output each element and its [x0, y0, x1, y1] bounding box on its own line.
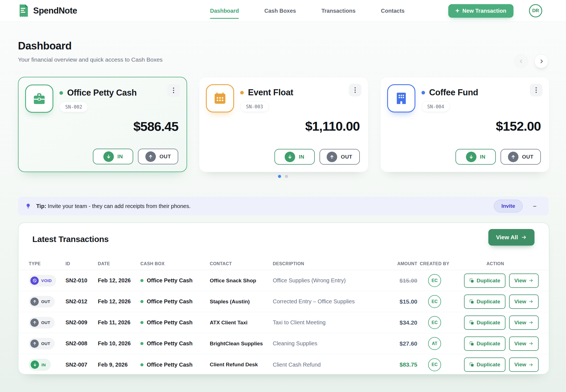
transaction-id: SN2-008 [65, 340, 98, 347]
transactions-title: Latest Transactions [32, 235, 109, 244]
cashbox-actions: IN OUT [93, 149, 178, 164]
lightbulb-icon [25, 203, 31, 209]
transaction-date: Feb 9, 2026 [98, 362, 140, 368]
cash-out-button[interactable]: OUT [501, 149, 541, 165]
cash-in-button[interactable]: IN [455, 149, 496, 165]
receipt-icon [18, 4, 29, 18]
transaction-row: OUT SN2-009 Feb 11, 2026 Office Petty Ca… [19, 312, 549, 333]
copy-icon [469, 320, 474, 325]
cashbox-actions: IN OUT [274, 149, 360, 165]
duplicate-button[interactable]: Duplicate [464, 273, 506, 288]
duplicate-button[interactable]: Duplicate [464, 336, 506, 351]
arrow-right-icon [529, 341, 533, 346]
transaction-actions: Duplicate View [452, 273, 539, 288]
created-by-badge: EC [428, 358, 441, 371]
arrow-down-icon [285, 152, 295, 162]
tip-label: Tip: [36, 203, 46, 209]
transactions-header: Latest Transactions View All [19, 223, 549, 257]
in-label: IN [480, 154, 486, 160]
brand-logo[interactable]: SpendNote [18, 4, 77, 18]
transaction-amount: $34.20 [388, 319, 417, 326]
arrow-down-icon [31, 361, 39, 369]
nav-contacts[interactable]: Contacts [381, 8, 405, 14]
arrow-right-icon [529, 362, 533, 367]
arrow-right-icon [529, 278, 533, 283]
transaction-description: Office Supplies (Wrong Entry) [273, 277, 388, 284]
created-by-badge: AT [428, 337, 441, 350]
cashbox-name: Office Petty Cash [67, 88, 137, 98]
nav-cash-boxes[interactable]: Cash Boxes [264, 8, 296, 14]
plus-icon: + [455, 7, 459, 14]
col-description: DESCRIPTION [273, 261, 388, 266]
dashboard-page: SpendNote Dashboard Cash Boxes Transacti… [0, 0, 566, 392]
transaction-actions: Duplicate View [452, 294, 539, 309]
cashbox-card-event-float[interactable]: Event Float SN-003 $1,110.00 IN OUT [199, 77, 368, 172]
transaction-contact: Office Snack Shop [210, 278, 273, 284]
nav-dashboard[interactable]: Dashboard [210, 8, 239, 14]
view-button[interactable]: View [509, 294, 539, 309]
tip-message: Invite your team - they can add receipts… [48, 203, 191, 209]
cashbox-dot [140, 300, 143, 303]
tip-text: Tip: Invite your team - they can add rec… [36, 203, 191, 209]
arrow-right-icon [529, 320, 533, 325]
transaction-cashbox: Office Petty Cash [140, 340, 210, 347]
new-transaction-button[interactable]: + New Transaction [448, 4, 513, 18]
view-button[interactable]: View [509, 315, 539, 330]
arrow-up-icon [30, 340, 39, 348]
cashbox-actions: IN OUT [455, 149, 541, 165]
cashbox-menu-button[interactable] [349, 84, 361, 96]
chevron-right-icon [538, 58, 544, 64]
duplicate-button[interactable]: Duplicate [464, 357, 506, 372]
cash-in-button[interactable]: IN [274, 149, 315, 165]
main-nav: Dashboard Cash Boxes Transactions Contac… [210, 8, 405, 14]
in-label: IN [299, 154, 304, 160]
created-by-badge: EC [428, 316, 441, 329]
carousel-prev-button[interactable] [514, 54, 528, 68]
view-button[interactable]: View [509, 336, 539, 351]
cash-in-button[interactable]: IN [93, 149, 133, 164]
cashbox-menu-button[interactable] [167, 84, 180, 97]
col-amount: AMOUNT [388, 261, 417, 266]
status-dot [240, 91, 244, 94]
carousel-dot-inactive[interactable] [285, 175, 288, 178]
tip-dismiss-button[interactable]: – [533, 202, 536, 210]
arrow-up-icon [508, 152, 518, 162]
cash-out-button[interactable]: OUT [319, 149, 360, 165]
cashbox-card-office-petty-cash[interactable]: Office Petty Cash SN-002 $586.45 IN OUT [18, 77, 187, 172]
status-dot [59, 91, 63, 95]
user-avatar[interactable]: DR [529, 4, 542, 17]
transaction-id: SN2-010 [65, 277, 98, 284]
transaction-contact: BrightClean Supplies [210, 341, 273, 347]
duplicate-button[interactable]: Duplicate [464, 294, 506, 309]
nav-transactions[interactable]: Transactions [321, 8, 355, 14]
cashbox-title-row: Office Petty Cash [59, 88, 137, 98]
cashbox-dot [140, 279, 143, 282]
cashbox-name: Event Float [248, 88, 293, 98]
cashbox-menu-button[interactable] [530, 84, 543, 96]
out-label: OUT [522, 154, 534, 160]
out-label: OUT [341, 154, 352, 160]
invite-button[interactable]: Invite [494, 200, 523, 212]
arrow-up-icon [145, 151, 156, 162]
cashbox-card-coffee-fund[interactable]: Coffee Fund SN-004 $152.00 IN OUT [380, 77, 549, 172]
cashbox-title-row: Event Float [240, 88, 293, 98]
transaction-contact: Client Refund Desk [210, 362, 273, 368]
copy-icon [469, 362, 474, 367]
arrow-up-icon [30, 298, 39, 306]
carousel-next-button[interactable] [534, 54, 548, 68]
duplicate-button[interactable]: Duplicate [464, 315, 506, 330]
cashbox-dot [140, 321, 143, 324]
cashbox-balance: $586.45 [133, 119, 178, 134]
transaction-description: Cleaning Supplies [273, 340, 388, 347]
cash-out-button[interactable]: OUT [138, 149, 178, 164]
brand-name: SpendNote [33, 6, 77, 16]
view-button[interactable]: View [509, 357, 539, 372]
transaction-row: OUT SN2-012 Feb 12, 2026 Office Petty Ca… [19, 291, 549, 312]
view-all-button[interactable]: View All [488, 229, 534, 246]
view-button[interactable]: View [509, 273, 539, 288]
carousel-dot-active[interactable] [278, 175, 281, 178]
arrow-right-icon [529, 299, 533, 304]
col-id: ID [65, 261, 98, 266]
transaction-amount: $15.00 [388, 298, 417, 305]
transaction-date: Feb 10, 2026 [98, 340, 140, 347]
